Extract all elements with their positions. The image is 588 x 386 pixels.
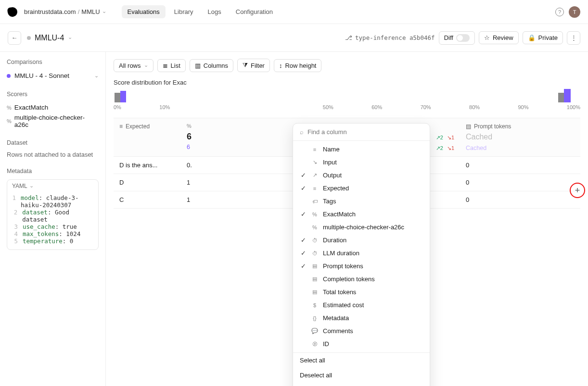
help-icon[interactable]: ?	[555, 8, 564, 16]
toggle-icon	[456, 34, 470, 42]
top-nav: Evaluations Library Logs Configuration	[122, 5, 279, 18]
delta-down: ↘1	[447, 135, 454, 141]
percent-icon: %	[7, 105, 12, 111]
deselect-all-action[interactable]: Deselect all	[293, 368, 430, 383]
column-option[interactable]: {}Metadata	[293, 311, 430, 324]
filter-button[interactable]: ⧩ Filter	[237, 59, 270, 72]
chart-bar	[120, 91, 126, 102]
metadata-heading: Metadata	[7, 168, 99, 174]
breadcrumb-project: MMLU	[81, 8, 100, 15]
column-option[interactable]: ✓%ExactMatch	[293, 208, 430, 221]
metadata-format-select[interactable]: YAML ⌄	[7, 180, 98, 192]
column-option[interactable]: ⦿ID	[293, 337, 430, 350]
metadata-format-label: YAML	[12, 183, 27, 189]
star-icon: ☆	[484, 34, 490, 41]
chevron-down-icon: ⌄	[144, 62, 148, 68]
dataset-note: Rows not attached to a dataset	[7, 151, 99, 158]
nav-configuration[interactable]: Configuration	[230, 5, 279, 18]
rowheight-button[interactable]: ↕ Row height	[274, 59, 322, 72]
delta-down: ↘1	[447, 145, 454, 151]
main: All rows ⌄ ≣ List ▥ Columns ⧩ Filter ↕ R…	[106, 52, 588, 386]
scorer-item[interactable]: % ExactMatch	[7, 102, 99, 112]
chart-bar	[115, 93, 120, 102]
toolbar: All rows ⌄ ≣ List ▥ Columns ⧩ Filter ↕ R…	[114, 59, 580, 72]
text-icon: ≡	[119, 123, 123, 130]
column-option[interactable]: ≡Name	[293, 143, 430, 156]
axis-tick: 10%	[159, 104, 170, 110]
column-option[interactable]: 🏷Tags	[293, 195, 430, 208]
column-option[interactable]: ↘Input	[293, 156, 430, 169]
th-expected: Expected	[126, 123, 150, 130]
search-icon: ⌕	[300, 128, 304, 136]
delta-up: ↗2	[436, 145, 443, 151]
agg-expected-sub: 6	[187, 144, 190, 150]
filter-label: Filter	[251, 62, 265, 69]
scorer-item[interactable]: % multiple-choice-checker-a26c	[7, 112, 99, 130]
axis-tick: 100%	[567, 104, 580, 110]
nav-evaluations[interactable]: Evaluations	[122, 5, 166, 18]
chevron-down-icon: ⌄	[29, 183, 34, 189]
page-title-text: MMLU-4	[35, 34, 64, 42]
select-all-action[interactable]: Select all	[293, 353, 430, 368]
columns-popover: ⌕ ≡Name↘Input✓↗Output✓≡Expected🏷Tags✓%Ex…	[293, 123, 430, 386]
branch-icon: ⎇	[345, 34, 352, 41]
dot-icon	[7, 74, 11, 78]
axis-tick: 80%	[469, 104, 480, 110]
review-button[interactable]: ☆ Review	[479, 31, 519, 44]
column-search-input[interactable]	[307, 128, 423, 136]
add-column-button[interactable]: +	[570, 183, 585, 198]
list-icon: ≣	[163, 62, 168, 69]
columns-button[interactable]: ▥ Columns	[190, 59, 233, 72]
nav-library[interactable]: Library	[168, 5, 199, 18]
branch-label[interactable]: ⎇ type-inference a5b046f	[345, 34, 435, 41]
chart-bar	[564, 89, 571, 102]
scorers-heading: Scorers	[7, 91, 99, 98]
order-by-regressions-action[interactable]: Order by regressions	[293, 383, 430, 386]
scorer-label: multiple-choice-checker-a26c	[14, 114, 99, 128]
breadcrumb[interactable]: braintrustdata.com / MMLU ⌄	[24, 8, 106, 15]
agg-pt-sub: Cached	[466, 145, 486, 151]
breadcrumb-root: braintrustdata.com	[24, 8, 76, 15]
axis-tick: 0%	[114, 104, 121, 110]
columns-icon: ▥	[195, 62, 201, 69]
chevron-down-icon: ⌄	[94, 73, 99, 79]
comparison-item[interactable]: MMLU - 4 - Sonnet ⌄	[7, 70, 99, 81]
column-option[interactable]: ▤Completion tokens	[293, 273, 430, 286]
column-option[interactable]: ✓▤Prompt tokens	[293, 260, 430, 273]
branch-text: type-inference a5b046f	[355, 34, 435, 41]
column-option[interactable]: %multiple-choice-checker-a26c	[293, 221, 430, 234]
review-label: Review	[493, 34, 513, 41]
chart-axis: 0% 10% 50% 60% 70% 80% 90% 100%	[114, 104, 580, 110]
list-button[interactable]: ≣ List	[157, 59, 186, 72]
more-menu-button[interactable]: ⋮	[567, 31, 580, 45]
column-option[interactable]: ✓↗Output	[293, 169, 430, 182]
column-option[interactable]: $Estimated cost	[293, 299, 430, 311]
column-option[interactable]: ✓⏱LLM duration	[293, 247, 430, 260]
allrows-button[interactable]: All rows ⌄	[114, 59, 153, 72]
column-option[interactable]: ✓⏱Duration	[293, 234, 430, 247]
private-button[interactable]: 🔒 Private	[523, 31, 563, 44]
chart-title: Score distribution for Exac	[114, 79, 580, 86]
back-button[interactable]: ←	[8, 31, 21, 45]
subheader: ← MMLU-4 ⌄ ⎇ type-inference a5b046f Diff…	[0, 24, 588, 52]
diff-toggle[interactable]: Diff	[439, 31, 475, 45]
page-title[interactable]: MMLU-4 ⌄	[27, 34, 72, 42]
app-logo	[7, 6, 18, 17]
axis-tick: 70%	[421, 104, 431, 110]
column-option[interactable]: ▤Total tokens	[293, 286, 430, 299]
columns-label: Columns	[204, 62, 228, 69]
axis-tick: 60%	[371, 104, 382, 110]
tokens-icon: ▤	[466, 123, 471, 130]
axis-tick: 90%	[518, 104, 528, 110]
lock-icon: 🔒	[528, 34, 536, 41]
scorer-label: ExactMatch	[14, 104, 49, 111]
nav-logs[interactable]: Logs	[202, 5, 227, 18]
avatar[interactable]: T	[569, 6, 580, 18]
column-option[interactable]: 💬Comments	[293, 324, 430, 337]
column-option[interactable]: ✓≡Expected	[293, 182, 430, 195]
rowheight-label: Row height	[285, 62, 316, 69]
metadata-code: 1model: claude-3-haiku-202403072dataset:…	[7, 192, 98, 249]
axis-tick: 50%	[323, 104, 333, 110]
chart-bar	[558, 93, 564, 102]
list-label: List	[171, 62, 180, 69]
